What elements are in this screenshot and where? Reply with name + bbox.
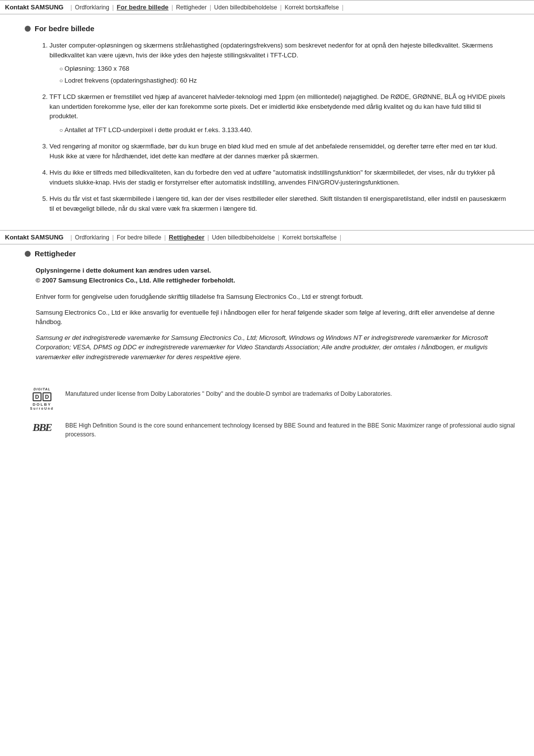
dolby-symbols: D D <box>33 392 51 401</box>
list-item: Opløsning: 1360 x 768 <box>59 64 509 74</box>
italic-microsoft: Microsoft <box>259 334 285 341</box>
nav-item-forbedre-2[interactable]: For bedre billede <box>117 234 161 241</box>
nav-bar-2: Kontakt SAMSUNG | Ordforklaring | For be… <box>0 230 534 244</box>
bbe-logo-row: BBE BBE High Definition Sound is the cor… <box>0 419 534 439</box>
section2-content: Oplysningerne i dette dokument kan ændre… <box>25 266 509 362</box>
dolby-description: Manufatured under license from Dolby Lab… <box>65 387 392 398</box>
dolby-label: DOLBY <box>33 402 51 407</box>
nav-sep: | <box>210 4 211 11</box>
nav-item-rettigheder-1[interactable]: Rettigheder <box>176 4 207 11</box>
nav-item-korrekt-2[interactable]: Korrekt bortskaffelse <box>282 234 337 241</box>
nav-item-uden-2[interactable]: Uden billedbibeholdelse <box>212 234 275 241</box>
dolby-logo-row: DIGITAL D D DOLBY SurroUnd Manufatured u… <box>0 387 534 410</box>
list-item-text: Juster computer-opløsningen og skærmens … <box>49 42 493 59</box>
nav-brand-2[interactable]: Kontakt SAMSUNG <box>5 234 63 241</box>
italic-ddc: DDC <box>123 343 136 351</box>
nav-sep: | <box>112 4 114 11</box>
nav-sep: | <box>112 234 114 241</box>
section1-title-row: For bedre billede <box>25 24 509 33</box>
italic-windows: Windows <box>289 334 315 341</box>
list-item: Ved rengøring af monitor og skærmflade, … <box>49 142 509 161</box>
section1-list: Juster computer-opløsningen og skærmens … <box>40 41 509 213</box>
section-forbedre: For bedre billede Juster computer-opløsn… <box>0 14 534 230</box>
nav-item-korrekt-1[interactable]: Korrekt bortskaffelse <box>285 4 339 11</box>
section1-title: For bedre billede <box>35 24 94 33</box>
nav-sep: | <box>207 234 209 241</box>
list-item: Antallet af TFT LCD-underpixel i dette p… <box>59 125 509 135</box>
nav-bar-1: Kontakt SAMSUNG | Ordforklaring | For be… <box>0 0 534 14</box>
dolby-d-left: D <box>33 392 42 401</box>
list-item: Hvis du får vist et fast skærmbillede i … <box>49 194 509 213</box>
nav-sep: | <box>278 234 279 241</box>
dolby-d-right: D <box>43 392 51 401</box>
section-rettigheder: Rettigheder Oplysningerne i dette dokume… <box>0 244 534 378</box>
nav-sep: | <box>280 4 282 11</box>
copyright-line2: © 2007 Samsung Electronics Co., Ltd. All… <box>36 276 509 285</box>
bbe-description: BBE High Definition Sound is the core so… <box>65 419 534 439</box>
dolby-logo: DIGITAL D D DOLBY SurroUnd <box>25 387 59 410</box>
nav-sep: | <box>340 234 341 241</box>
list-item: Hvis du ikke er tilfreds med billedkvali… <box>49 168 509 187</box>
bullet-circle-2 <box>25 251 31 257</box>
list-item: Juster computer-opløsningen og skærmens … <box>49 41 509 85</box>
copyright-line1: Oplysningerne i dette dokument kan ændre… <box>36 266 509 276</box>
section2-title-row: Rettigheder <box>25 249 509 258</box>
nav-sep: | <box>70 4 72 11</box>
rights-para-2: Samsung Electronics Co., Ltd er ikke ans… <box>36 308 509 327</box>
bbe-logo: BBE <box>25 419 59 434</box>
list-item: TFT LCD skærmen er fremstillet ved hjæp … <box>49 92 509 135</box>
nav-item-rettigheder-2[interactable]: Rettigheder <box>169 234 204 241</box>
nav-sep: | <box>70 234 72 241</box>
list-item: Lodret frekvens (opdateringshastighed): … <box>59 76 509 86</box>
bbe-logo-text: BBE <box>33 421 51 434</box>
nav-item-ordforklaring-1[interactable]: Ordforklaring <box>75 4 109 11</box>
nav-item-uden-1[interactable]: Uden billedbibeholdelse <box>214 4 277 11</box>
rights-italic-para: Samsung er det indregistrerede varemærke… <box>36 333 509 362</box>
italic-samsung: Samsung <box>36 334 63 341</box>
bullet-circle-1 <box>25 26 31 32</box>
section1-content: Juster computer-opløsningen og skærmens … <box>25 41 509 213</box>
nav-sep: | <box>172 4 173 11</box>
nav-sep: | <box>342 4 344 11</box>
rights-para-1: Enhver form for gengivelse uden forudgåe… <box>36 292 509 302</box>
section2-title: Rettigheder <box>35 249 76 258</box>
sublist-2: Antallet af TFT LCD-underpixel i dette p… <box>49 125 509 135</box>
list-item-text: TFT LCD skærmen er fremstillet ved hjæp … <box>49 93 505 120</box>
nav-item-ordforklaring-2[interactable]: Ordforklaring <box>75 234 109 241</box>
nav-sep: | <box>164 234 166 241</box>
dolby-digital-text: DIGITAL <box>34 387 50 391</box>
nav-brand-1[interactable]: Kontakt SAMSUNG <box>5 3 63 11</box>
italic-vesa: VESA <box>73 343 90 351</box>
surround-text: SurroUnd <box>30 407 54 410</box>
nav-item-forbedre-1[interactable]: For bedre billede <box>117 3 169 11</box>
sublist-1: Opløsning: 1360 x 768 Lodret frekvens (o… <box>49 64 509 85</box>
italic-windowsnt: Windows NT <box>326 334 362 341</box>
italic-dpms: DPMS <box>93 343 112 351</box>
